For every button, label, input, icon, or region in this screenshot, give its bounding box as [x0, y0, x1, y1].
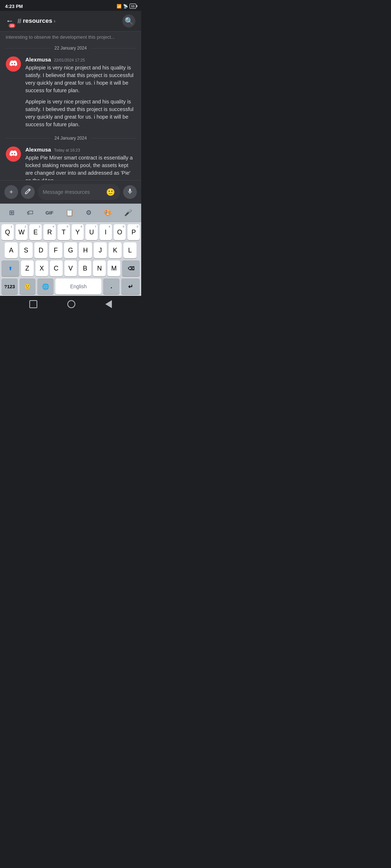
key-e[interactable]: 3E [29, 224, 42, 240]
key-b[interactable]: B [79, 260, 91, 276]
keyboard-mic-button[interactable]: 🎤 [121, 207, 135, 218]
notification-badge: 33 [9, 24, 15, 28]
faded-top-message: interesting to observe the development t… [0, 31, 141, 41]
channel-title: resources [23, 17, 52, 25]
message-input-field[interactable]: Message #resources 🙂 [38, 184, 120, 200]
status-icons: 📶 📡 11 [117, 4, 136, 9]
status-time: 4:23 PM [5, 4, 23, 9]
key-i[interactable]: 8I [100, 224, 112, 240]
message-header-1: Alexmusa 22/01/2024 17:25 [25, 56, 135, 63]
key-c[interactable]: C [50, 260, 63, 276]
keyboard-gif-button[interactable]: GIF [43, 209, 56, 217]
message-paragraph-1-2: Applepie is very nice project and his qu… [25, 98, 135, 128]
keyboard: ⊞ 🏷 GIF 📋 ⚙ 🎨 🎤 1Q 2W 3E 4R 5T 6Y 7U 8I … [0, 204, 141, 296]
key-q[interactable]: 1Q [1, 224, 14, 240]
channel-header: ← 33 # resources › 🔍 [0, 11, 141, 31]
key-n[interactable]: N [93, 260, 106, 276]
keyboard-settings-button[interactable]: ⚙ [83, 207, 94, 218]
emoji-key[interactable]: 🙂 [20, 278, 36, 294]
key-p[interactable]: 0P [127, 224, 140, 240]
message-input-bar: + Message #resources 🙂 [0, 180, 141, 204]
nav-circle-icon [67, 300, 75, 308]
avatar-2 [6, 146, 21, 162]
message-text-2: Apple Pie Miner smart contract is essent… [25, 154, 135, 180]
key-v[interactable]: V [64, 260, 77, 276]
plus-icon: + [9, 188, 13, 196]
discord-icon-2 [9, 149, 18, 159]
plus-button[interactable]: + [4, 185, 18, 199]
message-item-2: Alexmusa Today at 16:23 Apple Pie Miner … [0, 145, 141, 180]
key-d[interactable]: D [34, 242, 47, 258]
return-key[interactable]: ↵ [121, 278, 140, 294]
keyboard-grid-button[interactable]: ⊞ [6, 207, 17, 218]
key-t[interactable]: 5T [58, 224, 70, 240]
channel-name: # resources › [17, 17, 55, 25]
key-m[interactable]: M [108, 260, 120, 276]
keyboard-clipboard-button[interactable]: 📋 [63, 207, 76, 218]
key-l[interactable]: L [123, 242, 136, 258]
timestamp-2: Today at 16:23 [54, 148, 80, 152]
key-a[interactable]: A [5, 242, 18, 258]
key-j[interactable]: J [94, 242, 107, 258]
message-paragraph-1-1: Applepie is very nice project and his qu… [25, 64, 135, 94]
main-content: ← 33 # resources › 🔍 interesting to obse… [0, 11, 141, 312]
globe-key[interactable]: 🌐 [37, 278, 54, 294]
android-nav-bar [0, 296, 141, 312]
keyboard-sticker-button[interactable]: 🏷 [24, 208, 36, 218]
date-divider-2: 24 January 2024 [0, 131, 141, 145]
key-r[interactable]: 4R [43, 224, 56, 240]
key-g[interactable]: G [64, 242, 77, 258]
pencil-icon [25, 188, 31, 196]
hash-icon: # [17, 17, 21, 25]
search-icon: 🔍 [125, 17, 134, 25]
header-left: ← 33 # resources › [6, 16, 55, 26]
date-label-2: 24 January 2024 [54, 136, 87, 141]
microphone-button[interactable] [123, 185, 137, 199]
username-2: Alexmusa [25, 146, 51, 153]
period-key[interactable]: . [103, 278, 119, 294]
message-content-1: Alexmusa 22/01/2024 17:25 Applepie is ve… [25, 56, 135, 128]
key-u[interactable]: 7U [85, 224, 98, 240]
chevron-right-icon[interactable]: › [54, 18, 55, 24]
nav-home-button[interactable] [67, 300, 75, 308]
nav-back-button[interactable] [105, 300, 112, 308]
key-y[interactable]: 6Y [72, 224, 84, 240]
shift-key[interactable]: ⬆ [1, 260, 19, 276]
signal-icon: 📶 [117, 4, 122, 9]
key-k[interactable]: K [109, 242, 122, 258]
key-z[interactable]: Z [21, 260, 34, 276]
date-label-1: 22 January 2024 [54, 46, 87, 51]
search-button[interactable]: 🔍 [122, 14, 135, 27]
nav-square-button[interactable] [29, 300, 37, 308]
space-key[interactable]: English [55, 278, 102, 294]
message-content-2: Alexmusa Today at 16:23 Apple Pie Miner … [25, 146, 135, 180]
numbers-key[interactable]: ?123 [1, 278, 18, 294]
emoji-button[interactable]: 🙂 [106, 188, 115, 196]
keyboard-palette-button[interactable]: 🎨 [101, 207, 115, 218]
key-o[interactable]: 9O [114, 224, 126, 240]
backspace-key[interactable]: ⌫ [122, 260, 140, 276]
key-row-1: 1Q 2W 3E 4R 5T 6Y 7U 8I 9O 0P [1, 224, 140, 240]
key-f[interactable]: F [49, 242, 62, 258]
key-h[interactable]: H [79, 242, 92, 258]
key-row-4: ?123 🙂 🌐 English . ↵ [1, 278, 140, 294]
wifi-icon: 📡 [123, 4, 128, 9]
key-w[interactable]: 2W [16, 224, 28, 240]
input-placeholder: Message #resources [43, 189, 103, 195]
key-row-2: A S D F G H J K L [1, 242, 140, 258]
back-button[interactable]: ← 33 [6, 16, 14, 26]
key-s[interactable]: S [20, 242, 33, 258]
avatar-1 [6, 56, 21, 72]
mic-icon [127, 188, 133, 196]
pencil-button[interactable] [21, 185, 35, 199]
key-row-3: ⬆ Z X C V B N M ⌫ [1, 260, 140, 276]
messages-container: interesting to observe the development t… [0, 31, 141, 180]
key-x[interactable]: X [35, 260, 48, 276]
shift-icon: ⬆ [8, 266, 12, 271]
discord-icon [9, 59, 18, 69]
message-paragraph-2-1: Apple Pie Miner smart contract is essent… [25, 154, 135, 180]
keyboard-toolbar: ⊞ 🏷 GIF 📋 ⚙ 🎨 🎤 [0, 204, 141, 222]
message-item-1: Alexmusa 22/01/2024 17:25 Applepie is ve… [0, 55, 141, 131]
username-1: Alexmusa [25, 56, 51, 63]
status-bar: 4:23 PM 📶 📡 11 [0, 0, 141, 11]
